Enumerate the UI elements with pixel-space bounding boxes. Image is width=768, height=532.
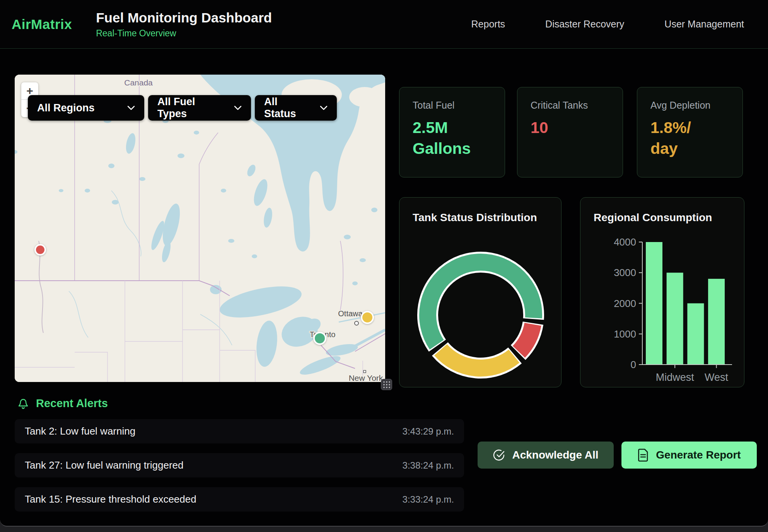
alert-row[interactable]: Tank 2: Low fuel warning 3:43:29 p.m. [15, 419, 464, 443]
tank-marker-critical[interactable] [34, 244, 46, 256]
map-label-newyork: New York [349, 373, 383, 382]
alert-text: Tank 15: Pressure threshold exceeded [25, 493, 196, 505]
tank-marker-warning[interactable] [361, 311, 374, 324]
status-filter-dropdown[interactable]: All Status [255, 95, 337, 121]
map-label-canada: Canada [124, 78, 153, 87]
grip-dots-icon [382, 380, 391, 389]
map-label-ottawa: Ottawa [338, 309, 363, 318]
tank-status-donut-chart [399, 198, 561, 387]
svg-text:4000: 4000 [614, 236, 636, 248]
fuel-map[interactable]: Canada Ottawa Toronto New York + − All R… [15, 75, 385, 382]
brand-logo[interactable]: AirMatrix [12, 17, 72, 32]
region-filter-dropdown[interactable]: All Regions [28, 95, 144, 121]
chevron-down-icon [320, 106, 328, 110]
fuel-type-filter-value: All Fuel Types [157, 96, 224, 120]
map-canvas: Canada Ottawa Toronto New York [15, 75, 385, 382]
alert-time: 3:38:24 p.m. [403, 460, 454, 471]
svg-text:West: West [705, 372, 729, 383]
check-circle-icon [493, 449, 505, 461]
app-window: AirMatrix Fuel Monitoring Dashboard Real… [0, 0, 768, 527]
map-filters: All Regions All Fuel Types All Status [28, 95, 337, 121]
generate-report-label: Generate Report [656, 449, 741, 461]
kpi-label: Avg Depletion [650, 100, 729, 111]
title-block: Fuel Monitoring Dashboard Real-Time Over… [96, 10, 272, 39]
kpi-label: Total Fuel [413, 100, 492, 111]
chevron-down-icon [234, 106, 242, 110]
regional-consumption-bar-chart: 01000200030004000MidwestWest [580, 198, 744, 387]
status-filter-value: All Status [264, 96, 310, 120]
region-filter-value: All Regions [37, 102, 95, 114]
kpi-card-total-fuel: Total Fuel 2.5M Gallons [399, 87, 505, 177]
page-subtitle: Real-Time Overview [96, 28, 272, 39]
alert-time: 3:33:24 p.m. [403, 494, 454, 505]
alert-row[interactable]: Tank 27: Low fuel warning triggered 3:38… [15, 453, 464, 477]
svg-text:2000: 2000 [614, 298, 636, 309]
svg-text:1000: 1000 [614, 328, 636, 340]
tank-marker-normal[interactable] [313, 332, 326, 345]
alert-time: 3:43:29 p.m. [403, 426, 454, 437]
kpi-value: 10 [531, 117, 609, 138]
tank-status-distribution-card: Tank Status Distribution [399, 197, 561, 387]
chevron-down-icon [127, 106, 135, 110]
alerts-title: Recent Alerts [36, 397, 108, 410]
regional-consumption-card: Regional Consumption 01000200030004000Mi… [580, 197, 744, 387]
acknowledge-all-button[interactable]: Acknowledge All [478, 442, 614, 469]
generate-report-button[interactable]: Generate Report [621, 442, 757, 469]
kpi-value: 1.8%/ day [650, 117, 729, 159]
acknowledge-all-label: Acknowledge All [512, 449, 598, 461]
alert-text: Tank 2: Low fuel warning [25, 425, 135, 437]
kpi-value: 2.5M Gallons [413, 117, 492, 159]
svg-text:0: 0 [631, 359, 636, 370]
fuel-type-filter-dropdown[interactable]: All Fuel Types [148, 95, 251, 121]
kpi-card-avg-depletion: Avg Depletion 1.8%/ day [637, 87, 743, 177]
alert-row[interactable]: Tank 15: Pressure threshold exceeded 3:3… [15, 487, 464, 512]
main-nav: Reports Disaster Recovery User Managemen… [471, 19, 744, 30]
nav-reports[interactable]: Reports [471, 19, 505, 30]
resize-grip-handle[interactable] [381, 379, 392, 390]
page-title: Fuel Monitoring Dashboard [96, 10, 272, 26]
svg-text:Midwest: Midwest [656, 372, 695, 383]
newyork-city-dot [364, 370, 366, 373]
alerts-header: Recent Alerts [17, 397, 108, 410]
svg-text:3000: 3000 [614, 267, 636, 278]
chart-title: Regional Consumption [594, 211, 712, 224]
dashboard-screen: AirMatrix Fuel Monitoring Dashboard Real… [0, 0, 768, 532]
bell-icon [17, 397, 29, 410]
kpi-label: Critical Tanks [531, 100, 609, 111]
nav-disaster-recovery[interactable]: Disaster Recovery [545, 19, 624, 30]
kpi-card-critical-tanks: Critical Tanks 10 [517, 87, 623, 177]
report-document-icon [637, 448, 649, 462]
ottawa-city-dot [355, 321, 358, 325]
nav-user-management[interactable]: User Management [664, 19, 744, 30]
alert-text: Tank 27: Low fuel warning triggered [25, 459, 183, 471]
header-bar: AirMatrix Fuel Monitoring Dashboard Real… [0, 0, 768, 49]
chart-title: Tank Status Distribution [413, 211, 537, 224]
